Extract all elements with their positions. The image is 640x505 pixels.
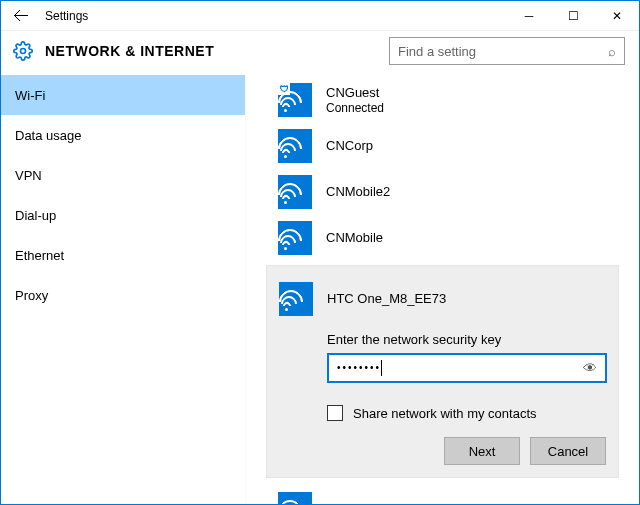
sidebar-item-label: VPN [15, 168, 42, 183]
share-checkbox[interactable] [327, 405, 343, 421]
wifi-icon [278, 129, 312, 163]
svg-point-0 [21, 49, 26, 54]
reveal-password-icon[interactable]: 👁 [583, 360, 597, 376]
header: NETWORK & INTERNET Find a setting ⌕ [1, 31, 639, 75]
network-item[interactable]: 🛡 CNGuest Connected [246, 77, 639, 123]
sidebar-item-data-usage[interactable]: Data usage [1, 115, 245, 155]
network-item[interactable]: CNMobile [246, 215, 639, 261]
password-mask: •••••••• [337, 360, 583, 376]
network-name: Caroline's iPhone [326, 501, 428, 505]
wifi-icon [279, 282, 313, 316]
maximize-button[interactable]: ☐ [551, 1, 595, 31]
password-input[interactable]: •••••••• 👁 [327, 353, 607, 383]
sidebar-item-label: Data usage [15, 128, 82, 143]
search-input[interactable]: Find a setting ⌕ [389, 37, 625, 65]
main-panel: 🛡 CNGuest Connected CNCorp CNMobile2 CNM… [246, 75, 639, 505]
wifi-icon [278, 221, 312, 255]
network-name: CNMobile [326, 230, 383, 246]
network-name: CNMobile2 [326, 184, 390, 200]
search-placeholder: Find a setting [398, 44, 608, 59]
network-item[interactable]: Caroline's iPhone [246, 486, 639, 505]
page-title: NETWORK & INTERNET [45, 43, 389, 59]
network-item[interactable]: CNCorp [246, 123, 639, 169]
sidebar-item-proxy[interactable]: Proxy [1, 275, 245, 315]
sidebar-item-wifi[interactable]: Wi-Fi [1, 75, 245, 115]
network-name: CNGuest [326, 85, 384, 101]
sidebar-item-dialup[interactable]: Dial-up [1, 195, 245, 235]
share-label: Share network with my contacts [353, 406, 537, 421]
network-item[interactable]: CNMobile2 [246, 169, 639, 215]
content: Wi-Fi Data usage VPN Dial-up Ethernet Pr… [1, 75, 639, 505]
wifi-icon [278, 175, 312, 209]
connect-panel: HTC One_M8_EE73 Enter the network securi… [266, 265, 619, 478]
search-icon: ⌕ [608, 44, 616, 59]
wifi-icon [278, 492, 312, 505]
minimize-button[interactable]: ─ [507, 1, 551, 31]
sidebar: Wi-Fi Data usage VPN Dial-up Ethernet Pr… [1, 75, 246, 505]
cancel-button[interactable]: Cancel [530, 437, 606, 465]
sidebar-item-label: Ethernet [15, 248, 64, 263]
network-status: Connected [326, 101, 384, 115]
sidebar-item-label: Wi-Fi [15, 88, 45, 103]
back-button[interactable]: 🡠 [1, 7, 41, 25]
sidebar-item-label: Proxy [15, 288, 48, 303]
window-title: Settings [41, 9, 507, 23]
sidebar-item-ethernet[interactable]: Ethernet [1, 235, 245, 275]
next-button[interactable]: Next [444, 437, 520, 465]
window-controls: ─ ☐ ✕ [507, 1, 639, 31]
wifi-icon: 🛡 [278, 83, 312, 117]
network-name: HTC One_M8_EE73 [327, 291, 446, 307]
sidebar-item-label: Dial-up [15, 208, 56, 223]
network-item-selected[interactable]: HTC One_M8_EE73 [279, 276, 606, 322]
password-prompt: Enter the network security key [327, 332, 606, 347]
share-row[interactable]: Share network with my contacts [327, 405, 606, 421]
gear-icon [11, 39, 35, 63]
close-button[interactable]: ✕ [595, 1, 639, 31]
network-name: CNCorp [326, 138, 373, 154]
titlebar: 🡠 Settings ─ ☐ ✕ [1, 1, 639, 31]
sidebar-item-vpn[interactable]: VPN [1, 155, 245, 195]
